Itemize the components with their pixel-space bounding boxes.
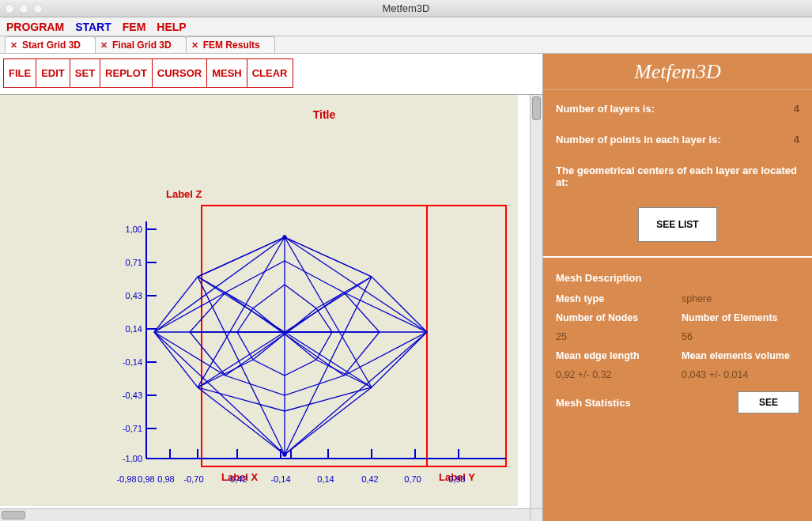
tab-start-grid-3d[interactable]: ✕ Start Grid 3D bbox=[5, 36, 96, 53]
z-tick-label: -0,43 bbox=[123, 391, 142, 400]
window-titlebar: Metfem3D bbox=[0, 0, 812, 17]
x-tick-label: -0,42 bbox=[227, 474, 247, 484]
elements-value: 56 bbox=[682, 331, 799, 342]
x-tick-label: 0,70 bbox=[404, 474, 421, 484]
scrollbar-thumb[interactable] bbox=[2, 511, 25, 519]
mesh-type-value: sphere bbox=[682, 293, 799, 304]
tab-label: Final Grid 3D bbox=[112, 40, 172, 51]
replot-button[interactable]: REPLOT bbox=[100, 59, 153, 88]
menu-start[interactable]: START bbox=[75, 21, 111, 33]
left-pane: FILE EDIT SET REPLOT CURSOR MESH CLEAR T… bbox=[0, 54, 543, 521]
points-value: 4 bbox=[794, 134, 799, 145]
vol-value: 0,043 +/- 0,014 bbox=[682, 369, 799, 380]
layers-label: Number of layers is: bbox=[556, 103, 655, 115]
tab-label: FEM Results bbox=[203, 40, 260, 51]
x-tick-label: -0,98 bbox=[116, 474, 136, 484]
tab-fem-results[interactable]: ✕ FEM Results bbox=[186, 36, 275, 53]
clear-button[interactable]: CLEAR bbox=[247, 59, 293, 88]
tabs-bar: ✕ Start Grid 3D ✕ Final Grid 3D ✕ FEM Re… bbox=[0, 36, 812, 54]
file-button[interactable]: FILE bbox=[3, 59, 36, 88]
x-tick-label: 0,98 bbox=[157, 474, 174, 484]
plot-area[interactable]: Title Label Z Label X Label Y 1,00 0,71 … bbox=[0, 95, 530, 508]
close-tab-icon[interactable]: ✕ bbox=[191, 40, 198, 51]
menu-fem[interactable]: FEM bbox=[123, 21, 146, 33]
menu-program[interactable]: PROGRAM bbox=[6, 21, 64, 33]
centers-label: The geometrical centers of each layer ar… bbox=[556, 164, 799, 188]
x-tick-label: 0,42 bbox=[361, 474, 378, 484]
tab-final-grid-3d[interactable]: ✕ Final Grid 3D bbox=[95, 36, 187, 53]
x-tick-label: -0,70 bbox=[183, 474, 203, 484]
scrollbar-thumb[interactable] bbox=[532, 96, 541, 120]
nodes-value: 25 bbox=[556, 331, 674, 342]
menubar: PROGRAM START FEM HELP bbox=[0, 17, 812, 36]
close-tab-icon[interactable]: ✕ bbox=[100, 40, 108, 51]
close-tab-icon[interactable]: ✕ bbox=[10, 40, 17, 51]
right-sidebar: Metfem3D Number of layers is: 4 Number o… bbox=[543, 54, 812, 521]
layers-value: 4 bbox=[794, 103, 799, 115]
brand-header: Metfem3D bbox=[543, 54, 812, 90]
vertical-scrollbar[interactable] bbox=[530, 95, 542, 508]
mesh-type-label: Mesh type bbox=[556, 293, 674, 304]
panel-geometry: Number of layers is: 4 Number of points … bbox=[543, 90, 812, 258]
edit-button[interactable]: EDIT bbox=[36, 59, 70, 88]
horizontal-scrollbar[interactable] bbox=[0, 508, 530, 521]
z-tick-label: 0,43 bbox=[126, 291, 142, 300]
menu-help[interactable]: HELP bbox=[157, 21, 186, 33]
cursor-button[interactable]: CURSOR bbox=[152, 59, 207, 88]
svg-rect-0 bbox=[0, 95, 518, 506]
nodes-label: Number of Nodes bbox=[556, 312, 674, 323]
z-tick-label: -0,14 bbox=[123, 357, 142, 367]
x-tick-label: 0,98 bbox=[138, 474, 154, 484]
see-stats-button[interactable]: SEE bbox=[738, 391, 799, 413]
plot-label-z: Label Z bbox=[166, 188, 202, 200]
x-tick-label: -0,14 bbox=[270, 474, 290, 484]
z-tick-label: -0,71 bbox=[123, 424, 142, 433]
vol-label: Mean elements volume bbox=[682, 350, 799, 361]
x-tick-label: 0,98 bbox=[448, 474, 465, 484]
tab-label: Start Grid 3D bbox=[22, 40, 81, 51]
plot-viewport: Title Label Z Label X Label Y 1,00 0,71 … bbox=[0, 95, 542, 521]
plot-toolbar: FILE EDIT SET REPLOT CURSOR MESH CLEAR bbox=[0, 54, 542, 95]
mesh-stats-label: Mesh Statistics bbox=[556, 397, 631, 409]
z-tick-label: 0,71 bbox=[126, 258, 142, 267]
x-tick-label: 0,14 bbox=[317, 474, 334, 484]
elements-label: Number of Elements bbox=[682, 312, 799, 323]
z-tick-label: 0,14 bbox=[126, 324, 142, 334]
edge-value: 0,92 +/- 0,32 bbox=[556, 369, 674, 380]
set-button[interactable]: SET bbox=[70, 59, 100, 88]
scroll-corner bbox=[530, 508, 542, 521]
mesh-desc-header: Mesh Description bbox=[556, 272, 799, 284]
z-tick-label: -1,00 bbox=[123, 454, 142, 463]
plot-title: Title bbox=[313, 108, 336, 121]
edge-label: Mean edge length bbox=[556, 350, 674, 361]
mesh-button[interactable]: MESH bbox=[206, 59, 247, 88]
see-list-button[interactable]: SEE LIST bbox=[638, 207, 716, 242]
points-label: Number of points in each layer is: bbox=[556, 134, 721, 145]
window-title: Metfem3D bbox=[0, 2, 812, 14]
z-tick-label: 1,00 bbox=[126, 225, 142, 234]
panel-mesh-description: Mesh Description Mesh type sphere Number… bbox=[543, 258, 812, 421]
plot-svg: Title Label Z Label X Label Y 1,00 0,71 … bbox=[0, 95, 518, 506]
